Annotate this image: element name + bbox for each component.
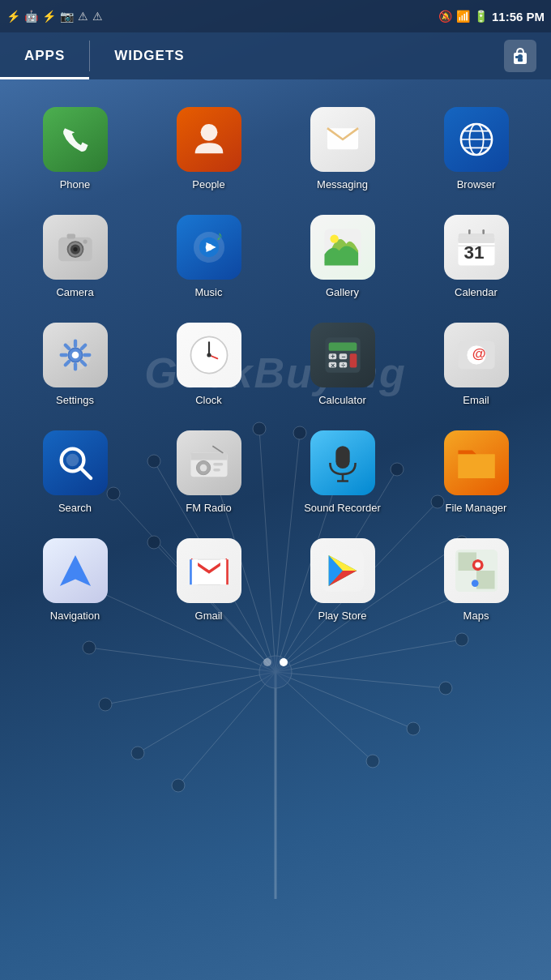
widgets-tab[interactable]: WIDGETS — [90, 32, 208, 79]
svg-point-33 — [407, 722, 420, 735]
app-icon-camera — [43, 215, 108, 280]
svg-point-106 — [66, 453, 79, 466]
app-label-settings: Settings — [56, 394, 94, 408]
svg-rect-113 — [213, 469, 220, 471]
app-item-music[interactable]: ♪ Music — [142, 203, 276, 311]
app-icon-messaging — [310, 107, 375, 172]
app-label-gmail: Gmail — [195, 610, 223, 623]
app-icon-fmradio — [177, 430, 241, 495]
svg-marker-117 — [59, 554, 90, 585]
status-time: 11:56 PM — [492, 10, 545, 24]
app-label-maps: Maps — [463, 610, 489, 623]
screenshot-icon: 📷 — [60, 10, 74, 23]
app-icon-filemanager — [444, 430, 509, 495]
app-item-browser[interactable]: Browser — [409, 96, 543, 203]
app-item-clock[interactable]: Clock — [142, 311, 276, 419]
app-item-fmradio[interactable]: FM Radio — [142, 419, 276, 527]
page-dot-2[interactable] — [280, 658, 288, 666]
app-item-messaging[interactable]: Messaging — [276, 96, 409, 203]
app-item-calendar[interactable]: 31 Calendar — [409, 203, 543, 311]
app-icon-music: ♪ — [177, 215, 241, 280]
svg-line-78 — [81, 362, 84, 365]
svg-rect-114 — [335, 446, 349, 469]
app-item-settings[interactable]: Settings — [8, 311, 142, 419]
app-icon-maps — [444, 538, 509, 603]
svg-point-32 — [439, 682, 452, 695]
svg-line-18 — [105, 672, 276, 704]
svg-rect-45 — [518, 58, 523, 62]
app-icon-soundrecorder — [310, 430, 375, 495]
warning-icon: ⚠ — [78, 10, 88, 23]
svg-point-88 — [207, 353, 211, 357]
svg-point-66 — [330, 234, 338, 242]
svg-point-76 — [71, 351, 79, 358]
app-icon-browser — [444, 107, 509, 172]
app-icon-clock — [177, 323, 241, 387]
app-item-calculator[interactable]: + − × ÷ Calculator — [276, 311, 409, 419]
app-icon-calendar: 31 — [444, 215, 509, 280]
page-dot-1[interactable] — [263, 658, 271, 666]
svg-rect-112 — [213, 463, 223, 465]
app-item-gallery[interactable]: Gallery — [276, 203, 409, 311]
app-label-playstore: Play Store — [318, 610, 367, 623]
usb2-icon: ⚡ — [42, 10, 56, 23]
mute-icon: 🔕 — [438, 10, 452, 23]
svg-line-13 — [276, 672, 413, 729]
app-icon-gallery — [310, 215, 375, 280]
app-item-email[interactable]: @ Email — [409, 311, 543, 419]
app-item-soundrecorder[interactable]: Sound Recorder — [276, 419, 409, 527]
usb-icon: ⚡ — [6, 10, 20, 23]
apps-tab[interactable]: APPS — [0, 32, 89, 79]
status-icons-left: ⚡ 🤖 ⚡ 📷 ⚠ ⚠ — [6, 10, 103, 23]
svg-point-57 — [73, 247, 77, 251]
app-item-camera[interactable]: Camera — [8, 203, 142, 311]
svg-text:+: + — [331, 353, 335, 361]
status-bar: ⚡ 🤖 ⚡ 📷 ⚠ ⚠ 🔕 📶 🔋 11:56 PM — [0, 0, 551, 32]
svg-point-111 — [199, 464, 207, 471]
svg-line-14 — [276, 672, 373, 761]
app-item-gmail[interactable]: Gmail — [142, 527, 276, 635]
app-item-search[interactable]: Search — [8, 419, 142, 527]
svg-rect-46 — [54, 118, 96, 160]
page-indicator — [0, 650, 551, 674]
svg-line-19 — [138, 672, 276, 753]
svg-rect-99 — [349, 353, 357, 367]
market-icon — [504, 40, 536, 72]
svg-point-131 — [471, 580, 478, 587]
wifi-icon: 📶 — [456, 10, 470, 23]
svg-rect-90 — [328, 342, 357, 350]
top-nav: APPS WIDGETS — [0, 32, 551, 79]
svg-point-59 — [83, 239, 87, 243]
svg-line-105 — [80, 468, 91, 478]
app-label-music: Music — [195, 286, 223, 300]
svg-line-109 — [212, 446, 223, 453]
battery-icon: 🔋 — [474, 10, 488, 23]
svg-point-34 — [366, 755, 379, 768]
svg-rect-128 — [476, 571, 495, 589]
svg-text:÷: ÷ — [341, 361, 345, 369]
app-item-maps[interactable]: Maps — [409, 527, 543, 635]
svg-point-38 — [99, 698, 112, 711]
app-grid: Phone People Messaging Browser Camera ♪ … — [0, 79, 551, 650]
svg-text:×: × — [331, 361, 335, 369]
svg-line-82 — [65, 345, 68, 349]
app-label-clock: Clock — [195, 394, 222, 408]
app-label-people: People — [192, 178, 224, 192]
svg-text:♪: ♪ — [216, 229, 222, 242]
app-item-people[interactable]: People — [142, 96, 276, 203]
app-icon-navigation — [43, 538, 108, 603]
svg-point-130 — [475, 562, 481, 567]
app-item-playstore[interactable]: Play Store — [276, 527, 409, 635]
svg-rect-58 — [66, 233, 75, 238]
market-button[interactable] — [489, 32, 551, 79]
app-item-filemanager[interactable]: File Manager — [409, 419, 543, 527]
svg-rect-108 — [190, 453, 227, 460]
app-item-navigation[interactable]: Navigation — [8, 527, 142, 635]
app-label-calendar: Calendar — [455, 286, 498, 300]
status-icons-right: 🔕 📶 🔋 11:56 PM — [438, 10, 545, 24]
app-label-search: Search — [58, 502, 92, 516]
app-item-phone[interactable]: Phone — [8, 96, 142, 203]
app-label-browser: Browser — [457, 178, 496, 192]
app-icon-gmail — [177, 538, 241, 603]
svg-point-39 — [131, 747, 144, 760]
